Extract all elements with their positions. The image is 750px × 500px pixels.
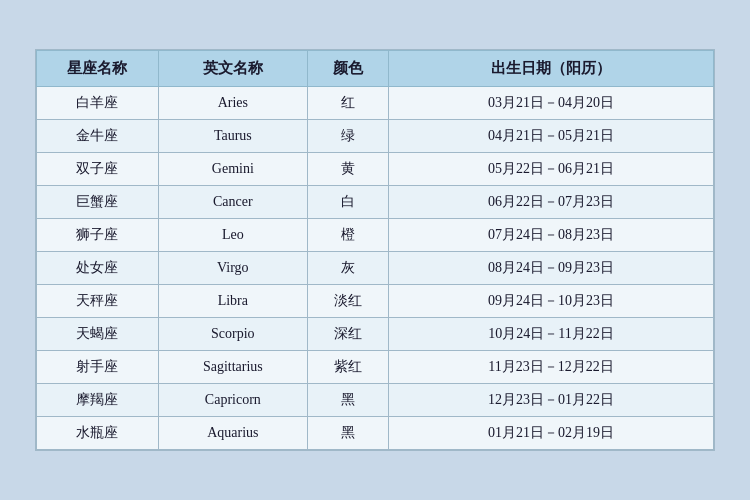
cell-color: 灰 <box>307 252 388 285</box>
table-row: 处女座Virgo灰08月24日－09月23日 <box>37 252 714 285</box>
cell-english: Capricorn <box>158 384 307 417</box>
cell-color: 红 <box>307 87 388 120</box>
table-row: 巨蟹座Cancer白06月22日－07月23日 <box>37 186 714 219</box>
cell-chinese: 摩羯座 <box>37 384 159 417</box>
cell-color: 淡红 <box>307 285 388 318</box>
cell-chinese: 天蝎座 <box>37 318 159 351</box>
table-row: 狮子座Leo橙07月24日－08月23日 <box>37 219 714 252</box>
table-row: 摩羯座Capricorn黑12月23日－01月22日 <box>37 384 714 417</box>
table-row: 射手座Sagittarius紫红11月23日－12月22日 <box>37 351 714 384</box>
cell-color: 黑 <box>307 417 388 450</box>
header-english: 英文名称 <box>158 51 307 87</box>
cell-english: Sagittarius <box>158 351 307 384</box>
cell-english: Taurus <box>158 120 307 153</box>
table-row: 天秤座Libra淡红09月24日－10月23日 <box>37 285 714 318</box>
cell-english: Virgo <box>158 252 307 285</box>
cell-chinese: 射手座 <box>37 351 159 384</box>
cell-color: 黄 <box>307 153 388 186</box>
header-date: 出生日期（阳历） <box>389 51 714 87</box>
cell-english: Aries <box>158 87 307 120</box>
cell-date: 05月22日－06月21日 <box>389 153 714 186</box>
table-row: 金牛座Taurus绿04月21日－05月21日 <box>37 120 714 153</box>
cell-chinese: 白羊座 <box>37 87 159 120</box>
table-row: 水瓶座Aquarius黑01月21日－02月19日 <box>37 417 714 450</box>
cell-chinese: 双子座 <box>37 153 159 186</box>
zodiac-table-container: 星座名称 英文名称 颜色 出生日期（阳历） 白羊座Aries红03月21日－04… <box>35 49 715 451</box>
cell-english: Cancer <box>158 186 307 219</box>
cell-date: 04月21日－05月21日 <box>389 120 714 153</box>
cell-date: 12月23日－01月22日 <box>389 384 714 417</box>
cell-chinese: 巨蟹座 <box>37 186 159 219</box>
cell-date: 08月24日－09月23日 <box>389 252 714 285</box>
header-color: 颜色 <box>307 51 388 87</box>
cell-color: 黑 <box>307 384 388 417</box>
cell-chinese: 处女座 <box>37 252 159 285</box>
header-chinese: 星座名称 <box>37 51 159 87</box>
cell-date: 07月24日－08月23日 <box>389 219 714 252</box>
cell-chinese: 水瓶座 <box>37 417 159 450</box>
cell-color: 深红 <box>307 318 388 351</box>
cell-chinese: 金牛座 <box>37 120 159 153</box>
cell-english: Gemini <box>158 153 307 186</box>
cell-english: Scorpio <box>158 318 307 351</box>
cell-date: 11月23日－12月22日 <box>389 351 714 384</box>
zodiac-table: 星座名称 英文名称 颜色 出生日期（阳历） 白羊座Aries红03月21日－04… <box>36 50 714 450</box>
cell-date: 10月24日－11月22日 <box>389 318 714 351</box>
cell-english: Libra <box>158 285 307 318</box>
cell-date: 01月21日－02月19日 <box>389 417 714 450</box>
cell-color: 绿 <box>307 120 388 153</box>
table-row: 双子座Gemini黄05月22日－06月21日 <box>37 153 714 186</box>
cell-chinese: 狮子座 <box>37 219 159 252</box>
cell-date: 09月24日－10月23日 <box>389 285 714 318</box>
cell-color: 橙 <box>307 219 388 252</box>
cell-date: 06月22日－07月23日 <box>389 186 714 219</box>
cell-date: 03月21日－04月20日 <box>389 87 714 120</box>
table-row: 白羊座Aries红03月21日－04月20日 <box>37 87 714 120</box>
cell-chinese: 天秤座 <box>37 285 159 318</box>
table-header-row: 星座名称 英文名称 颜色 出生日期（阳历） <box>37 51 714 87</box>
table-row: 天蝎座Scorpio深红10月24日－11月22日 <box>37 318 714 351</box>
cell-english: Leo <box>158 219 307 252</box>
cell-color: 紫红 <box>307 351 388 384</box>
cell-english: Aquarius <box>158 417 307 450</box>
cell-color: 白 <box>307 186 388 219</box>
